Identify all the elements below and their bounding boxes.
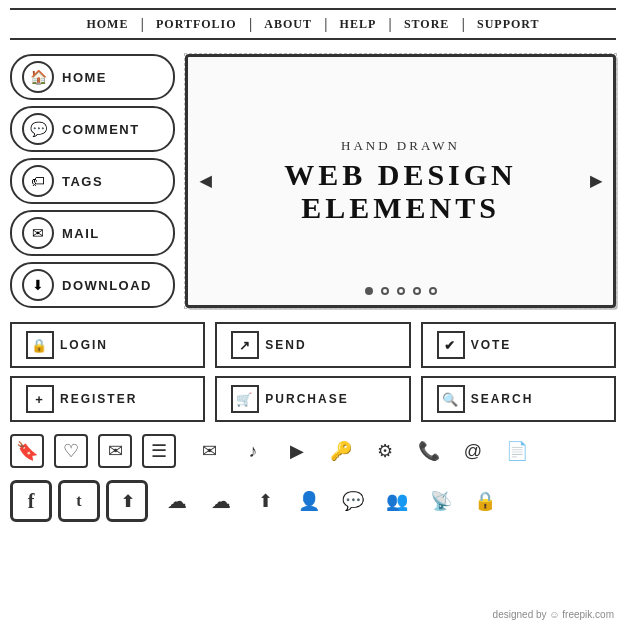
- top-navigation: HOME | PORTFOLIO | ABOUT | HELP | STORE …: [10, 8, 616, 40]
- hero-subtitle: HAND DRAWN: [341, 138, 460, 154]
- checkmark-icon: ✔: [437, 331, 465, 359]
- register-button[interactable]: + REGISTER: [10, 376, 205, 422]
- login-label: LOGIN: [60, 338, 108, 352]
- home-icon: 🏠: [22, 61, 54, 93]
- dot-5[interactable]: [429, 287, 437, 295]
- footer-text: designed by ☺ freepik.com: [493, 609, 614, 620]
- sidebar-item-comment[interactable]: 💬 COMMENT: [10, 106, 175, 152]
- sidebar-item-tags[interactable]: 🏷 TAGS: [10, 158, 175, 204]
- button-row-2: + REGISTER 🛒 PURCHASE 🔍 SEARCH: [10, 376, 616, 422]
- buttons-section: 🔒 LOGIN ↗ SEND ✔ VOTE + REGISTER 🛒 PURCH…: [0, 314, 626, 430]
- mail-icon: ✉: [22, 217, 54, 249]
- padlock-icon[interactable]: 🔒: [468, 484, 502, 518]
- hero-slider: ◂ HAND DRAWN WEB DESIGN ELEMENTS ▸: [185, 54, 616, 308]
- send-icon: ↗: [231, 331, 259, 359]
- download-icon: ⬇: [22, 269, 54, 301]
- document-icon[interactable]: 📄: [500, 434, 534, 468]
- cart-icon: 🛒: [231, 385, 259, 413]
- send-label: SEND: [265, 338, 306, 352]
- heart-icon[interactable]: ♡: [54, 434, 88, 468]
- login-button[interactable]: 🔒 LOGIN: [10, 322, 205, 368]
- button-row-1: 🔒 LOGIN ↗ SEND ✔ VOTE: [10, 322, 616, 368]
- sidebar-label-comment: COMMENT: [62, 122, 140, 137]
- cloud-icon-row: ☁ ☁ ⬆ 👤 💬 👥 📡 🔒: [160, 484, 502, 518]
- hero-title-line1: WEB DESIGN: [284, 158, 517, 191]
- footer: designed by ☺ freepik.com: [493, 609, 614, 620]
- register-label: REGISTER: [60, 392, 137, 406]
- search-label: SEARCH: [471, 392, 534, 406]
- chat-icon[interactable]: 💬: [336, 484, 370, 518]
- dot-2[interactable]: [381, 287, 389, 295]
- sidebar: 🏠 HOME 💬 COMMENT 🏷 TAGS ✉ MAIL ⬇ DOWNLOA…: [10, 54, 175, 308]
- slider-dots: [365, 287, 437, 295]
- key-icon[interactable]: 🔑: [324, 434, 358, 468]
- gear-icon[interactable]: ⚙: [368, 434, 402, 468]
- dot-1[interactable]: [365, 287, 373, 295]
- sidebar-label-home: HOME: [62, 70, 107, 85]
- sidebar-label-mail: MAIL: [62, 226, 100, 241]
- bookmark-icon[interactable]: 🔖: [10, 434, 44, 468]
- group-icon[interactable]: 👥: [380, 484, 414, 518]
- nav-help[interactable]: HELP: [328, 17, 389, 32]
- vote-button[interactable]: ✔ VOTE: [421, 322, 616, 368]
- sidebar-item-home[interactable]: 🏠 HOME: [10, 54, 175, 100]
- rss-icon[interactable]: 📡: [424, 484, 458, 518]
- purchase-button[interactable]: 🛒 PURCHASE: [215, 376, 410, 422]
- small-icon-row: 🔖 ♡ ✉ ☰: [10, 434, 176, 468]
- vote-label: VOTE: [471, 338, 512, 352]
- phone-icon[interactable]: 📞: [412, 434, 446, 468]
- icons-section: 🔖 ♡ ✉ ☰ ✉ ♪ ▶ 🔑 ⚙ 📞 @ 📄 f t ⬆ ☁ ☁ ⬆: [0, 430, 626, 526]
- send-button[interactable]: ↗ SEND: [215, 322, 410, 368]
- nav-support[interactable]: SUPPORT: [465, 17, 552, 32]
- person-icon[interactable]: 👤: [292, 484, 326, 518]
- nav-portfolio[interactable]: PORTFOLIO: [144, 17, 249, 32]
- sidebar-item-mail[interactable]: ✉ MAIL: [10, 210, 175, 256]
- cloud1-icon[interactable]: ☁: [160, 484, 194, 518]
- purchase-label: PURCHASE: [265, 392, 348, 406]
- hero-title-line2: ELEMENTS: [284, 191, 517, 224]
- twitter-icon[interactable]: t: [58, 480, 100, 522]
- plus-icon: +: [26, 385, 54, 413]
- envelope-icon[interactable]: ✉: [98, 434, 132, 468]
- comment-icon: 💬: [22, 113, 54, 145]
- sidebar-label-tags: TAGS: [62, 174, 103, 189]
- cloud-upload-icon[interactable]: ⬆: [248, 484, 282, 518]
- menu-icon[interactable]: ☰: [142, 434, 176, 468]
- slider-arrow-left[interactable]: ◂: [200, 168, 211, 194]
- cloud2-icon[interactable]: ☁: [204, 484, 238, 518]
- hero-title: WEB DESIGN ELEMENTS: [284, 158, 517, 224]
- main-area: 🏠 HOME 💬 COMMENT 🏷 TAGS ✉ MAIL ⬇ DOWNLOA…: [0, 48, 626, 314]
- play-icon[interactable]: ▶: [280, 434, 314, 468]
- dot-4[interactable]: [413, 287, 421, 295]
- search-button[interactable]: 🔍 SEARCH: [421, 376, 616, 422]
- mail2-icon[interactable]: ✉: [192, 434, 226, 468]
- search-icon: 🔍: [437, 385, 465, 413]
- sidebar-item-download[interactable]: ⬇ DOWNLOAD: [10, 262, 175, 308]
- lock-icon: 🔒: [26, 331, 54, 359]
- at-icon[interactable]: @: [456, 434, 490, 468]
- music-icon[interactable]: ♪: [236, 434, 270, 468]
- nav-about[interactable]: ABOUT: [252, 17, 324, 32]
- nav-store[interactable]: STORE: [392, 17, 461, 32]
- social-icons: f t ⬆: [10, 480, 148, 522]
- dot-3[interactable]: [397, 287, 405, 295]
- slider-arrow-right[interactable]: ▸: [590, 168, 601, 194]
- medium-icon-row: ✉ ♪ ▶ 🔑 ⚙ 📞 @ 📄: [192, 434, 534, 468]
- nav-home[interactable]: HOME: [74, 17, 140, 32]
- sidebar-label-download: DOWNLOAD: [62, 278, 152, 293]
- tags-icon: 🏷: [22, 165, 54, 197]
- facebook-icon[interactable]: f: [10, 480, 52, 522]
- share-icon[interactable]: ⬆: [106, 480, 148, 522]
